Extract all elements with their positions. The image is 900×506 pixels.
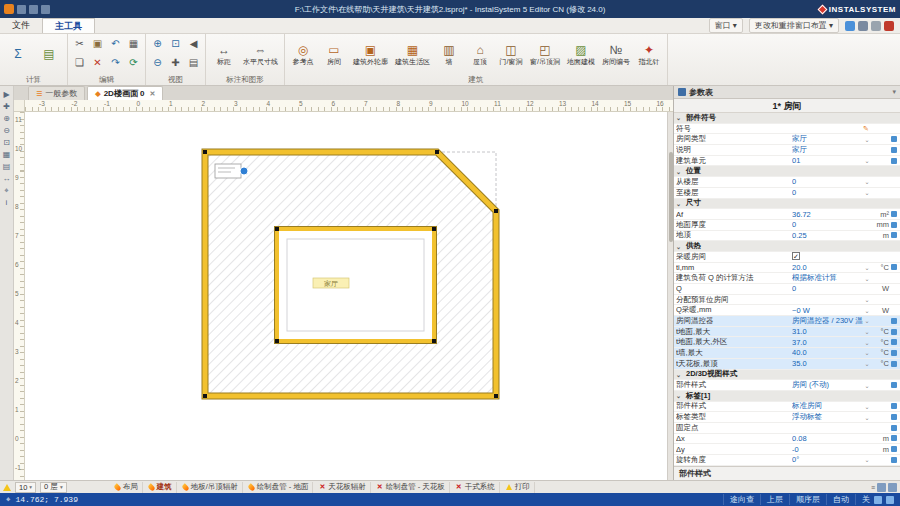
layers-button[interactable]: ▤ bbox=[185, 54, 202, 71]
measure-icon[interactable]: ↔ bbox=[3, 174, 11, 183]
info-icon[interactable]: i bbox=[6, 198, 8, 207]
property-value[interactable]: 36.72 bbox=[792, 210, 871, 219]
building-zone-button[interactable]: ▦建筑生活区 bbox=[392, 35, 433, 73]
property-value[interactable]: 标准房间 bbox=[792, 401, 863, 411]
dropdown-icon[interactable]: ⌄ bbox=[863, 136, 871, 143]
property-row[interactable]: 旋转角度0°⌄ bbox=[674, 455, 900, 466]
property-row[interactable]: 从楼层0⌄ bbox=[674, 177, 900, 188]
section-row[interactable]: ⌄部件符号 bbox=[674, 113, 900, 124]
dropdown-icon[interactable]: ⌄ bbox=[863, 189, 871, 196]
cut-button[interactable]: ✂ bbox=[71, 35, 88, 52]
calculate-button[interactable]: Σ bbox=[3, 35, 33, 73]
status-item[interactable]: 关 bbox=[855, 494, 870, 505]
mode-button[interactable]: 建筑 bbox=[145, 482, 177, 493]
dimension-button[interactable]: ↔标距 bbox=[209, 35, 239, 73]
room-button[interactable]: ▭房间 bbox=[319, 35, 349, 73]
property-row[interactable]: ti,mm20.0⌄°C bbox=[674, 263, 900, 274]
dropdown-icon[interactable]: ⌄ bbox=[863, 414, 871, 421]
property-value[interactable]: 家厅 bbox=[792, 134, 863, 144]
wall-button[interactable]: ▥墙 bbox=[434, 35, 464, 73]
property-value[interactable]: 房间温控器 / 230V 温控系统 bbox=[792, 316, 863, 326]
doc-tab[interactable]: ☰一般参数 bbox=[28, 86, 85, 100]
property-value[interactable]: 根据标准计算 bbox=[792, 273, 863, 283]
undo-button[interactable]: ↶ bbox=[107, 35, 124, 52]
grid-icon[interactable]: ▦ bbox=[3, 150, 11, 159]
property-value[interactable]: 20.0 bbox=[792, 263, 863, 272]
property-row[interactable]: Af36.72m² bbox=[674, 209, 900, 220]
property-row[interactable]: 建筑单元01⌄ bbox=[674, 156, 900, 167]
section-row[interactable]: ⌄位置 bbox=[674, 166, 900, 177]
property-value[interactable]: 37.0 bbox=[792, 338, 863, 347]
results-button[interactable]: ▤ bbox=[34, 35, 64, 73]
property-row[interactable]: 固定点 bbox=[674, 423, 900, 434]
zoom-out-icon[interactable]: ⊖ bbox=[3, 126, 10, 135]
tool-icon-2[interactable] bbox=[888, 483, 897, 492]
status-icon-1[interactable] bbox=[874, 496, 882, 504]
property-row[interactable]: Q0W bbox=[674, 284, 900, 295]
dropdown-icon[interactable]: ⌄ bbox=[863, 264, 871, 271]
dropdown-icon[interactable]: ⌄ bbox=[863, 317, 871, 324]
copy-button[interactable]: ❏ bbox=[71, 54, 88, 71]
floor-selector[interactable]: 0 层▾ bbox=[40, 482, 67, 493]
menu-help-icon[interactable] bbox=[884, 21, 894, 31]
status-icon-2[interactable] bbox=[886, 496, 894, 504]
property-value[interactable]: 0 bbox=[792, 284, 871, 293]
mode-button[interactable]: ✕天花板辐射 bbox=[315, 482, 370, 493]
property-row[interactable]: 至楼层0⌄ bbox=[674, 188, 900, 199]
delete-button[interactable]: ✕ bbox=[89, 54, 106, 71]
property-row[interactable]: 采暖房间✓ bbox=[674, 252, 900, 263]
pan-button[interactable]: ✚ bbox=[167, 54, 184, 71]
warning-icon[interactable] bbox=[3, 484, 11, 491]
zoom-fit-button[interactable]: ⊡ bbox=[167, 35, 184, 52]
dropdown-icon[interactable]: ⌄ bbox=[863, 360, 871, 367]
status-item[interactable]: 自动 bbox=[826, 494, 849, 505]
property-value[interactable]: 35.0 bbox=[792, 359, 863, 368]
section-row[interactable]: ⌄尺寸 bbox=[674, 199, 900, 210]
property-value[interactable]: 31.0 bbox=[792, 327, 863, 336]
floor-model-button[interactable]: ▨地面建模 bbox=[564, 35, 598, 73]
property-row[interactable]: 部件样式房间 (不动)⌄ bbox=[674, 380, 900, 391]
mode-button[interactable]: ✕干式系统 bbox=[452, 482, 500, 493]
property-value[interactable]: 0 bbox=[792, 220, 871, 229]
property-value[interactable]: 0.08 bbox=[792, 434, 871, 443]
mode-button[interactable]: 打印 bbox=[502, 482, 535, 493]
mode-button[interactable]: 绘制盘管 - 地面 bbox=[245, 482, 314, 493]
select-button[interactable]: ▦ bbox=[125, 35, 142, 52]
property-row[interactable]: 房间类型家厅⌄ bbox=[674, 134, 900, 145]
zoom-out-button[interactable]: ⊖ bbox=[149, 54, 166, 71]
close-tab-icon[interactable]: ✕ bbox=[150, 90, 156, 98]
property-value[interactable]: 0.25 bbox=[792, 231, 871, 240]
status-item[interactable]: 顺序层 bbox=[789, 494, 820, 505]
property-row[interactable]: 符号✎ bbox=[674, 124, 900, 135]
property-value[interactable]: 0 bbox=[792, 188, 863, 197]
save-icon[interactable] bbox=[17, 5, 26, 14]
property-row[interactable]: 标签类型浮动标签⌄ bbox=[674, 412, 900, 423]
zoom-extents-icon[interactable]: ⊡ bbox=[3, 138, 10, 147]
property-row[interactable]: t墙,最大40.0⌄°C bbox=[674, 348, 900, 359]
room-label[interactable]: 家厅 bbox=[313, 278, 349, 288]
layout-menu[interactable]: 更改和重排窗口布置 ▾ bbox=[749, 18, 839, 33]
scale-selector[interactable]: 10▾ bbox=[15, 482, 36, 493]
dropdown-icon[interactable]: ⌄ bbox=[863, 275, 871, 282]
property-value[interactable]: 0 bbox=[792, 177, 863, 186]
mode-button[interactable]: ✕绘制盘管 - 天花板 bbox=[373, 482, 450, 493]
property-value[interactable]: 家厅 bbox=[792, 145, 871, 155]
dropdown-icon[interactable]: ⌄ bbox=[863, 456, 871, 463]
paste-button[interactable]: ▣ bbox=[89, 35, 106, 52]
section-row[interactable]: ⌄2D/3D视图样式 bbox=[674, 370, 900, 381]
menu-tab-主工具[interactable]: 主工具 bbox=[42, 18, 95, 33]
panel-menu-icon[interactable]: ▾ bbox=[892, 88, 896, 96]
property-row[interactable]: 说明家厅 bbox=[674, 145, 900, 156]
section-row[interactable]: ⌄供热 bbox=[674, 241, 900, 252]
dropdown-icon[interactable]: ⌄ bbox=[863, 339, 871, 346]
property-row[interactable]: t天花板,最顶35.0⌄°C bbox=[674, 359, 900, 370]
vertical-scrollbar[interactable] bbox=[667, 112, 673, 480]
roof-button[interactable]: ⌂屋顶 bbox=[465, 35, 495, 73]
section-row[interactable]: ⌄标签[1] bbox=[674, 391, 900, 402]
property-row[interactable]: Δx0.08m bbox=[674, 434, 900, 445]
property-value[interactable]: 0° bbox=[792, 455, 863, 464]
property-row[interactable]: 分配预算位房间⌄ bbox=[674, 295, 900, 306]
redo-icon[interactable] bbox=[41, 5, 50, 14]
north-arrow-button[interactable]: ✦指北针 bbox=[634, 35, 664, 73]
menu-settings-icon[interactable] bbox=[871, 21, 881, 31]
